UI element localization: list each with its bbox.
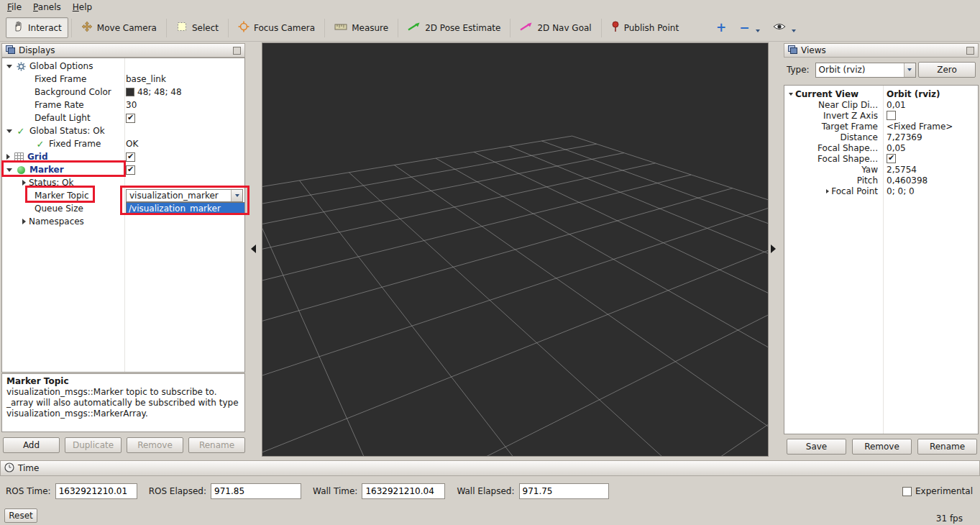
- remove-view-button[interactable]: Remove: [852, 439, 912, 455]
- time-panel-title: Time: [18, 463, 39, 473]
- default-light-checkbox[interactable]: [126, 114, 135, 123]
- tree-row-default-light[interactable]: Default Light: [2, 111, 244, 124]
- view-row-focal-point[interactable]: Focal Point 0; 0; 0: [784, 186, 978, 196]
- collapse-arrow-icon[interactable]: [6, 65, 12, 68]
- view-prop-value[interactable]: 0,05: [883, 143, 906, 153]
- tree-row-fixed-frame[interactable]: Fixed Frame base_link: [2, 73, 244, 86]
- expand-arrow-icon[interactable]: [22, 219, 26, 224]
- float-panel-button[interactable]: [233, 47, 241, 55]
- focal-shape-checkbox[interactable]: [887, 154, 896, 163]
- toolbar-separator: [601, 19, 602, 37]
- menu-file[interactable]: File: [1, 1, 27, 14]
- view-row-focal-shape-size[interactable]: Focal Shape... 0,05: [784, 142, 978, 153]
- splitter-collapse-left-button[interactable]: [251, 245, 256, 253]
- zoom-in-button[interactable]: +: [710, 18, 733, 37]
- view-prop-value[interactable]: 0,460398: [883, 175, 928, 186]
- check-icon: ✓: [35, 139, 46, 150]
- marker-topic-value[interactable]: visualization_marker: [127, 191, 231, 201]
- invert-z-checkbox[interactable]: [887, 111, 896, 120]
- view-row-distance[interactable]: Distance 7,27369: [784, 132, 978, 142]
- view-prop-value[interactable]: 2,5754: [883, 165, 917, 175]
- view-row-invert-z[interactable]: Invert Z Axis: [784, 110, 978, 121]
- nav-goal-tool-button[interactable]: 2D Nav Goal: [513, 18, 597, 37]
- tree-row-grid[interactable]: Grid: [2, 150, 244, 163]
- check-icon: ✓: [15, 126, 27, 137]
- menu-panels[interactable]: Panels: [27, 1, 67, 14]
- 3d-viewport[interactable]: [262, 42, 769, 457]
- tree-row-global-status[interactable]: ✓ Global Status: Ok: [2, 124, 244, 137]
- view-prop-value[interactable]: 0,01: [883, 100, 906, 110]
- duplicate-display-button: Duplicate: [65, 437, 122, 453]
- tree-row-background-color[interactable]: Background Color 48; 48; 48: [2, 86, 244, 99]
- wall-elapsed-input[interactable]: [519, 483, 609, 499]
- time-panel-titlebar[interactable]: Time: [0, 460, 980, 476]
- frame-rate-value[interactable]: 30: [126, 100, 137, 110]
- time-bottom-row: Reset 31 fps: [4, 508, 963, 524]
- reset-button[interactable]: Reset: [4, 508, 37, 523]
- toolbar: Interact Move Camera Select Focus Camera…: [0, 14, 980, 42]
- grid-enabled-checkbox[interactable]: [126, 152, 135, 162]
- view-prop-value[interactable]: 0; 0; 0: [883, 186, 915, 196]
- save-view-button[interactable]: Save: [787, 439, 846, 455]
- tree-row-frame-rate[interactable]: Frame Rate 30: [2, 99, 244, 111]
- menu-help[interactable]: Help: [67, 1, 98, 14]
- publish-point-tool-button[interactable]: Publish Point: [605, 17, 685, 38]
- collapse-arrow-icon[interactable]: [6, 168, 12, 172]
- tree-row-marker-status[interactable]: Status: Ok: [2, 176, 244, 189]
- selection-box-icon: [176, 21, 188, 35]
- tree-row-namespaces[interactable]: Namespaces: [2, 215, 244, 228]
- view-prop-value[interactable]: 7,27369: [883, 132, 922, 142]
- marker-topic-combobox[interactable]: visualization_marker: [126, 189, 243, 202]
- pose-estimate-tool-button[interactable]: 2D Pose Estimate: [401, 18, 507, 37]
- splitter-collapse-right-button[interactable]: [771, 245, 776, 253]
- displays-panel-titlebar[interactable]: Displays: [1, 43, 245, 58]
- combo-dropdown-button[interactable]: [904, 63, 915, 77]
- collapse-arrow-icon[interactable]: [789, 93, 793, 96]
- displays-panel-title: Displays: [19, 45, 55, 55]
- displays-tree: Global Options Fixed Frame base_link Bac…: [1, 58, 245, 373]
- tree-row-global-options[interactable]: Global Options: [2, 60, 244, 73]
- background-color-value[interactable]: 48; 48; 48: [137, 87, 182, 97]
- add-display-button[interactable]: Add: [3, 437, 60, 453]
- rename-view-button[interactable]: Rename: [917, 439, 977, 455]
- move-camera-tool-button[interactable]: Move Camera: [75, 17, 163, 38]
- menu-bar: File Panels Help: [0, 0, 980, 14]
- focus-camera-tool-button[interactable]: Focus Camera: [232, 17, 321, 38]
- visibility-button[interactable]: [766, 19, 802, 37]
- tree-label: Namespaces: [29, 216, 84, 227]
- fixed-frame-value[interactable]: base_link: [126, 74, 166, 84]
- views-panel-titlebar[interactable]: Views: [784, 43, 979, 58]
- combo-dropdown-button[interactable]: [231, 190, 242, 201]
- color-swatch[interactable]: [126, 88, 134, 96]
- view-row-focal-shape-fixed[interactable]: Focal Shape...: [784, 153, 978, 164]
- view-row-pitch[interactable]: Pitch 0,460398: [784, 175, 978, 186]
- wall-time-input[interactable]: [362, 483, 445, 499]
- tree-row-marker[interactable]: Marker: [2, 163, 244, 176]
- view-prop-value[interactable]: <Fixed Frame>: [883, 122, 953, 132]
- view-row-near-clip[interactable]: Near Clip Di... 0,01: [784, 99, 978, 110]
- dropdown-option-selected[interactable]: /visualization_marker: [127, 203, 244, 214]
- expand-arrow-icon[interactable]: [826, 189, 829, 193]
- ros-elapsed-input[interactable]: [211, 483, 301, 499]
- views-panel: Views Type: Orbit (rviz) Zero Current Vi…: [784, 43, 979, 455]
- view-row-yaw[interactable]: Yaw 2,5754: [784, 164, 978, 175]
- expand-arrow-icon[interactable]: [22, 180, 26, 186]
- pose-estimate-tool-label: 2D Pose Estimate: [425, 23, 500, 33]
- zoom-out-button[interactable]: −: [733, 18, 766, 37]
- ros-time-input[interactable]: [55, 483, 137, 499]
- interact-tool-button[interactable]: Interact: [6, 17, 68, 38]
- marker-enabled-checkbox[interactable]: [126, 165, 135, 175]
- zero-button[interactable]: Zero: [918, 62, 976, 78]
- view-row-current-view[interactable]: Current View Orbit (rviz): [784, 88, 978, 99]
- view-row-target-frame[interactable]: Target Frame <Fixed Frame>: [784, 121, 978, 132]
- view-type-combobox[interactable]: Orbit (rviz): [815, 63, 916, 78]
- experimental-checkbox[interactable]: [902, 487, 912, 496]
- float-panel-button[interactable]: [966, 47, 974, 55]
- measure-tool-button[interactable]: Measure: [328, 18, 395, 37]
- views-button-row: Save Remove Rename: [787, 439, 977, 455]
- tree-row-status-fixed-frame[interactable]: ✓ Fixed Frame OK: [2, 137, 244, 150]
- tree-row-marker-topic[interactable]: Marker Topic visualization_marker: [2, 189, 244, 202]
- select-tool-button[interactable]: Select: [170, 17, 225, 38]
- expand-arrow-icon[interactable]: [6, 154, 10, 160]
- collapse-arrow-icon[interactable]: [6, 129, 12, 133]
